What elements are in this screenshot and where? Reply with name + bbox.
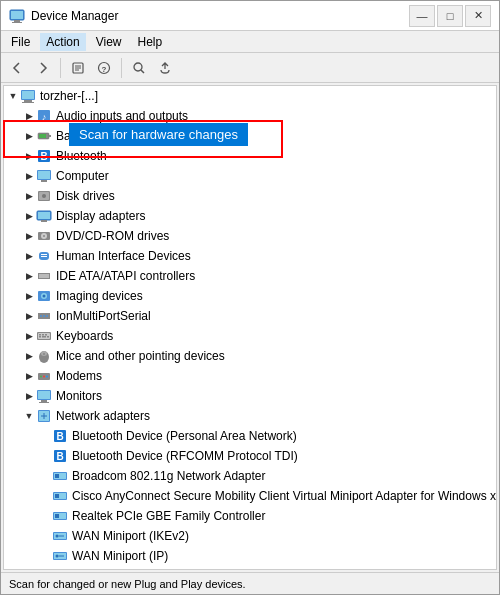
item-label-bluetooth: Bluetooth <box>56 149 107 163</box>
tree-item-displayadapters[interactable]: ▶Display adapters <box>4 206 496 226</box>
expand-icon[interactable]: ▶ <box>22 229 36 243</box>
update-button[interactable] <box>153 56 177 80</box>
item-icon-computer <box>36 168 52 184</box>
menu-action[interactable]: Action <box>40 33 85 51</box>
expand-icon[interactable]: ▶ <box>22 109 36 123</box>
item-label-mice: Mice and other pointing devices <box>56 349 225 363</box>
svg-point-44 <box>40 315 42 317</box>
tree-item-realtek[interactable]: Realtek PCIe GBE Family Controller <box>4 506 496 526</box>
tree-item-modems[interactable]: ▶Modems <box>4 366 496 386</box>
item-icon-dvd <box>36 228 52 244</box>
svg-rect-49 <box>39 334 41 336</box>
expand-icon[interactable]: ▶ <box>22 149 36 163</box>
tree-item-keyboards[interactable]: ▶Keyboards <box>4 326 496 346</box>
svg-text:?: ? <box>102 64 107 73</box>
item-icon-realtek <box>52 508 68 524</box>
svg-point-46 <box>46 315 48 317</box>
svg-rect-13 <box>24 100 32 102</box>
tree-item-audio[interactable]: ▶♪Audio inputs and outputs <box>4 106 496 126</box>
svg-rect-64 <box>41 400 47 402</box>
collapse-icon[interactable]: ▼ <box>6 89 20 103</box>
tree-item-wan3[interactable]: WAN Miniport (IPv6) <box>4 566 496 570</box>
back-button[interactable] <box>5 56 29 80</box>
tree-item-wan1[interactable]: WAN Miniport (IKEv2) <box>4 526 496 546</box>
item-label-network: Network adapters <box>56 409 150 423</box>
tree-item-batteries[interactable]: ▶Batteries <box>4 126 496 146</box>
item-icon-bt2: B <box>52 448 68 464</box>
svg-rect-50 <box>42 334 44 336</box>
tree-item-cisco[interactable]: Cisco AnyConnect Secure Mobility Client … <box>4 486 496 506</box>
svg-rect-51 <box>45 334 47 336</box>
no-expand-icon <box>38 509 52 523</box>
tree-item-diskdrives[interactable]: ▶Disk drives <box>4 186 496 206</box>
tree-item-bluetooth[interactable]: ▶BBluetooth <box>4 146 496 166</box>
maximize-button[interactable]: □ <box>437 5 463 27</box>
expand-icon[interactable]: ▶ <box>22 249 36 263</box>
collapse-icon[interactable]: ▼ <box>22 409 36 423</box>
svg-rect-2 <box>12 22 22 23</box>
expand-icon[interactable]: ▶ <box>22 269 36 283</box>
tree-item-network[interactable]: ▼Network adapters <box>4 406 496 426</box>
tree-item-bt1[interactable]: BBluetooth Device (Personal Area Network… <box>4 426 496 446</box>
item-icon-diskdrives <box>36 188 52 204</box>
svg-rect-52 <box>39 336 41 338</box>
svg-point-28 <box>42 194 46 198</box>
tree-item-ide[interactable]: ▶IDE ATA/ATAPI controllers <box>4 266 496 286</box>
tree-item-bt2[interactable]: BBluetooth Device (RFCOMM Protocol TDI) <box>4 446 496 466</box>
close-button[interactable]: ✕ <box>465 5 491 27</box>
svg-rect-36 <box>41 254 47 255</box>
minimize-button[interactable]: — <box>409 5 435 27</box>
item-label-hid: Human Interface Devices <box>56 249 191 263</box>
menu-view[interactable]: View <box>90 33 128 51</box>
item-label-monitors: Monitors <box>56 389 102 403</box>
tree-item-dvd[interactable]: ▶DVD/CD-ROM drives <box>4 226 496 246</box>
no-expand-icon <box>38 489 52 503</box>
tree-item-root[interactable]: ▼torzher-[...] <box>4 86 496 106</box>
svg-rect-30 <box>38 212 50 219</box>
expand-icon[interactable]: ▶ <box>22 169 36 183</box>
toolbar-separator-2 <box>121 58 122 78</box>
expand-icon[interactable]: ▶ <box>22 289 36 303</box>
svg-text:B: B <box>40 151 47 162</box>
item-icon-network <box>36 408 52 424</box>
item-icon-wan2 <box>52 548 68 564</box>
expand-icon[interactable]: ▶ <box>22 329 36 343</box>
tree-item-ionmulti[interactable]: ▶IonMultiPortSerial <box>4 306 496 326</box>
item-icon-modems <box>36 368 52 384</box>
expand-icon[interactable]: ▶ <box>22 209 36 223</box>
svg-point-85 <box>56 535 59 538</box>
item-label-ide: IDE ATA/ATAPI controllers <box>56 269 195 283</box>
tree-item-broadcom[interactable]: Broadcom 802.11g Network Adapter <box>4 466 496 486</box>
window-title: Device Manager <box>31 9 118 23</box>
item-label-dvd: DVD/CD-ROM drives <box>56 229 169 243</box>
device-tree[interactable]: ▼torzher-[...]▶♪Audio inputs and outputs… <box>3 85 497 570</box>
forward-button[interactable] <box>31 56 55 80</box>
svg-point-34 <box>43 235 45 237</box>
item-icon-cisco <box>52 488 68 504</box>
svg-rect-24 <box>38 171 50 179</box>
properties-button[interactable] <box>66 56 90 80</box>
scan-hardware-button[interactable] <box>127 56 151 80</box>
svg-point-45 <box>43 315 45 317</box>
expand-icon[interactable]: ▶ <box>22 189 36 203</box>
menu-file[interactable]: File <box>5 33 36 51</box>
tree-item-computer[interactable]: ▶Computer <box>4 166 496 186</box>
expand-icon[interactable]: ▶ <box>22 349 36 363</box>
tree-item-monitors[interactable]: ▶Monitors <box>4 386 496 406</box>
tree-item-hid[interactable]: ▶Human Interface Devices <box>4 246 496 266</box>
expand-icon[interactable]: ▶ <box>22 129 36 143</box>
no-expand-icon <box>38 429 52 443</box>
device-manager-window: Device Manager — □ ✕ File Action View He… <box>0 0 500 595</box>
tree-item-wan2[interactable]: WAN Miniport (IP) <box>4 546 496 566</box>
svg-point-89 <box>56 555 59 558</box>
svg-rect-65 <box>39 402 49 403</box>
expand-icon[interactable]: ▶ <box>22 389 36 403</box>
expand-icon[interactable]: ▶ <box>22 309 36 323</box>
tree-item-imaging[interactable]: ▶Imaging devices <box>4 286 496 306</box>
menu-help[interactable]: Help <box>132 33 169 51</box>
help-button[interactable]: ? <box>92 56 116 80</box>
expand-icon[interactable]: ▶ <box>22 369 36 383</box>
svg-rect-14 <box>22 102 34 103</box>
svg-text:B: B <box>56 451 63 462</box>
tree-item-mice[interactable]: ▶Mice and other pointing devices <box>4 346 496 366</box>
